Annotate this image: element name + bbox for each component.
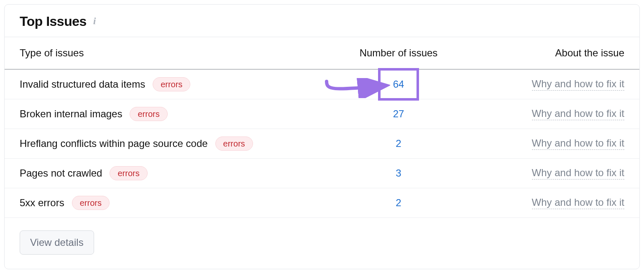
top-issues-card: Top Issues i Type of issues Number of is… [4, 4, 640, 269]
about-issue-link[interactable]: Why and how to fix it [532, 137, 624, 150]
table-row: Invalid structured data itemserrors64Why… [5, 70, 639, 99]
issue-type-cell: Invalid structured data itemserrors [20, 77, 332, 91]
column-header-number: Number of issues [332, 37, 465, 69]
card-header: Top Issues i [5, 5, 639, 37]
issue-count-cell: 64 [332, 78, 465, 90]
column-header-type: Type of issues [20, 37, 332, 69]
issue-type-cell: Pages not crawlederrors [20, 166, 332, 180]
issue-name: Broken internal images [20, 108, 122, 120]
issue-name: 5xx errors [20, 197, 64, 209]
about-issue-cell: Why and how to fix it [465, 78, 624, 91]
error-badge: errors [110, 166, 147, 180]
error-badge: errors [153, 77, 190, 91]
issue-name: Hreflang conflicts within page source co… [20, 138, 208, 149]
issue-count-link[interactable]: 27 [393, 108, 404, 120]
issue-count-link[interactable]: 64 [393, 78, 404, 90]
issue-count-cell: 3 [332, 167, 465, 179]
about-issue-cell: Why and how to fix it [465, 137, 624, 150]
table-row: Pages not crawlederrors3Why and how to f… [5, 159, 639, 188]
table-header-row: Type of issues Number of issues About th… [5, 37, 639, 70]
issue-type-cell: Hreflang conflicts within page source co… [20, 136, 332, 151]
error-badge: errors [130, 107, 167, 121]
about-issue-link[interactable]: Why and how to fix it [532, 108, 624, 120]
about-issue-link[interactable]: Why and how to fix it [532, 167, 624, 179]
issue-count-cell: 2 [332, 138, 465, 149]
about-issue-link[interactable]: Why and how to fix it [532, 197, 624, 209]
card-footer: View details [5, 218, 639, 269]
table-row: 5xx errorserrors2Why and how to fix it [5, 188, 639, 218]
table-row: Broken internal imageserrors27Why and ho… [5, 99, 639, 129]
issue-count-cell: 27 [332, 108, 465, 120]
about-issue-cell: Why and how to fix it [465, 108, 624, 120]
about-issue-link[interactable]: Why and how to fix it [532, 78, 624, 91]
issue-type-cell: Broken internal imageserrors [20, 107, 332, 121]
issue-name: Pages not crawled [20, 167, 102, 179]
issue-count-link[interactable]: 3 [396, 167, 401, 179]
table-row: Hreflang conflicts within page source co… [5, 129, 639, 159]
error-badge: errors [72, 196, 110, 210]
issue-type-cell: 5xx errorserrors [20, 196, 332, 210]
view-details-button[interactable]: View details [20, 230, 94, 255]
info-icon[interactable]: i [93, 16, 96, 26]
issue-name: Invalid structured data items [20, 78, 145, 90]
about-issue-cell: Why and how to fix it [465, 167, 624, 179]
issue-count-cell: 2 [332, 197, 465, 209]
issue-count-link[interactable]: 2 [396, 197, 401, 209]
error-badge: errors [215, 136, 253, 151]
issue-count-link[interactable]: 2 [396, 138, 401, 149]
column-header-about: About the issue [465, 37, 624, 69]
card-title: Top Issues [20, 14, 87, 29]
about-issue-cell: Why and how to fix it [465, 197, 624, 209]
